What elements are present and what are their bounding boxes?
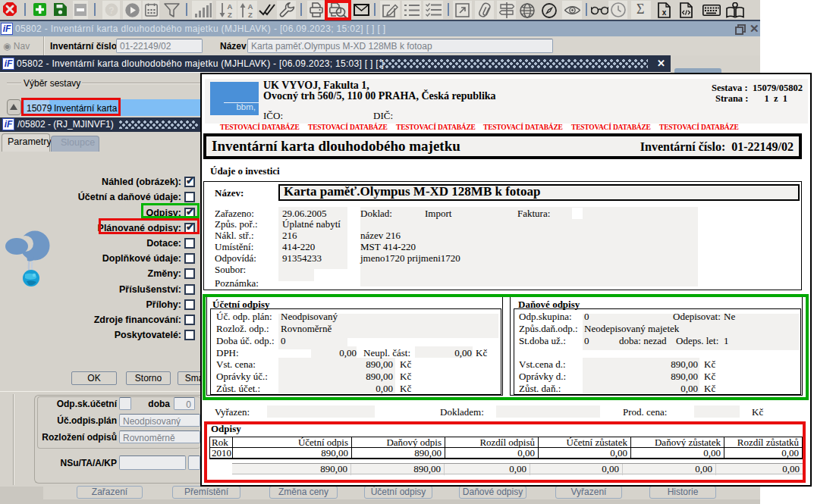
svg-text:A: A — [248, 2, 253, 11]
svg-text:?: ? — [108, 5, 114, 16]
svg-text:A: A — [228, 2, 233, 11]
svg-text:Z: Z — [248, 11, 253, 18]
svg-text:Z: Z — [228, 11, 232, 18]
svg-text:x: x — [662, 8, 667, 17]
